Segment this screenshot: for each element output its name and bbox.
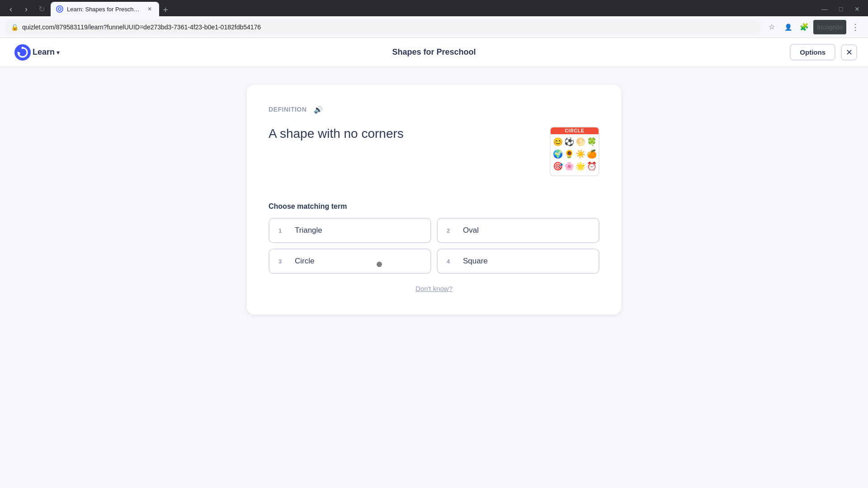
page-title: Shapes for Preschool <box>392 47 476 57</box>
address-bar[interactable]: 🔒 <box>5 20 761 34</box>
answer-number-3: 3 <box>278 258 288 265</box>
back-button[interactable]: ‹ <box>4 2 18 16</box>
svg-point-1 <box>59 8 61 10</box>
emoji-3: 🌕 <box>575 136 585 148</box>
options-button[interactable]: Options <box>790 44 835 61</box>
dont-know-button[interactable]: Don't know? <box>415 285 453 292</box>
answer-number-2: 2 <box>447 227 456 234</box>
card-header: Definition 🔊 <box>269 103 599 116</box>
image-container: CIRCLE 😊 ⚽ 🌕 🍀 🌍 🌻 ☀️ 🍊 🎯 🌸 🌟 ⏰ <box>550 127 599 176</box>
emoji-grid: 😊 ⚽ 🌕 🍀 🌍 🌻 ☀️ 🍊 🎯 🌸 🌟 ⏰ <box>551 127 599 174</box>
close-button[interactable]: ✕ <box>841 44 857 61</box>
answer-text-2: Oval <box>463 226 479 235</box>
emoji-4: 🍀 <box>586 136 597 148</box>
close-icon: ✕ <box>846 47 853 57</box>
toolbar-actions: ☆ 👤 🧩 Incognito ⋮ <box>764 20 863 34</box>
answer-option-2[interactable]: 2 Oval <box>437 218 599 243</box>
menu-button[interactable]: ⋮ <box>848 20 863 34</box>
answer-text-3: Circle <box>295 257 314 266</box>
emoji-1: 😊 <box>552 136 563 148</box>
bookmark-button[interactable]: ☆ <box>764 20 779 34</box>
emoji-5: 🌍 <box>552 149 563 160</box>
emoji-8: 🍊 <box>586 149 597 160</box>
tab-title: Learn: Shapes for Preschool | <box>67 6 142 13</box>
browser-tabs: ‹ › ↻ Learn: Shapes for Preschool | ✕ + … <box>0 0 868 16</box>
main-content: Definition 🔊 A shape with no corners CIR… <box>0 67 868 468</box>
url-input[interactable] <box>22 23 755 31</box>
new-tab-button[interactable]: + <box>159 4 172 16</box>
window-close-button[interactable]: ✕ <box>850 2 864 16</box>
learn-mode-selector[interactable]: Learn ▾ <box>11 42 63 62</box>
extensions-button[interactable]: 🧩 <box>797 20 811 34</box>
minimize-button[interactable]: — <box>817 2 832 16</box>
refresh-button[interactable]: ↻ <box>34 2 49 16</box>
answer-option-3[interactable]: 3 Circle <box>269 249 431 274</box>
emoji-6: 🌻 <box>564 149 574 160</box>
tab-close-button[interactable]: ✕ <box>146 5 154 13</box>
active-tab[interactable]: Learn: Shapes for Preschool | ✕ <box>51 2 159 16</box>
forward-button[interactable]: › <box>19 2 33 16</box>
quizlet-logo <box>14 44 31 61</box>
maximize-button[interactable]: □ <box>834 2 848 16</box>
answer-text-1: Triangle <box>295 226 322 235</box>
learn-label: Learn <box>33 47 55 57</box>
emoji-11: 🌟 <box>575 161 585 172</box>
answer-option-1[interactable]: 1 Triangle <box>269 218 431 243</box>
definition-content: A shape with no corners CIRCLE 😊 ⚽ 🌕 🍀 🌍… <box>269 127 599 181</box>
dont-know-section: Don't know? <box>269 285 599 293</box>
definition-label: Definition <box>269 106 307 113</box>
learn-card: Definition 🔊 A shape with no corners CIR… <box>247 85 621 314</box>
emoji-10: 🌸 <box>564 161 574 172</box>
svg-point-4 <box>18 52 20 54</box>
learn-dropdown-icon: ▾ <box>57 49 60 56</box>
header-actions: Options ✕ <box>790 44 857 61</box>
emoji-2: ⚽ <box>564 136 574 148</box>
app-header: Learn ▾ Shapes for Preschool Options ✕ <box>0 38 868 67</box>
choose-label: Choose matching term <box>269 202 599 211</box>
browser-chrome: ‹ › ↻ Learn: Shapes for Preschool | ✕ + … <box>0 0 868 38</box>
browser-toolbar: 🔒 ☆ 👤 🧩 Incognito ⋮ <box>0 16 868 38</box>
answer-option-4[interactable]: 4 Square <box>437 249 599 274</box>
incognito-button[interactable]: Incognito <box>813 20 846 34</box>
definition-text: A shape with no corners <box>269 127 550 141</box>
audio-button[interactable]: 🔊 <box>312 103 325 116</box>
answers-grid: 1 Triangle 2 Oval 3 Circle 4 Square <box>269 218 599 274</box>
answer-text-4: Square <box>463 257 488 266</box>
answer-number-1: 1 <box>278 227 288 234</box>
emoji-7: ☀️ <box>575 149 585 160</box>
profile-button[interactable]: 👤 <box>781 20 795 34</box>
choose-section: Choose matching term 1 Triangle 2 Oval 3… <box>269 202 599 274</box>
emoji-9: 🎯 <box>552 161 563 172</box>
svg-point-2 <box>14 44 31 61</box>
tab-favicon <box>56 5 63 13</box>
svg-point-3 <box>22 47 24 49</box>
answer-number-4: 4 <box>447 258 456 265</box>
image-label: CIRCLE <box>551 127 599 134</box>
emoji-12: ⏰ <box>586 161 597 172</box>
